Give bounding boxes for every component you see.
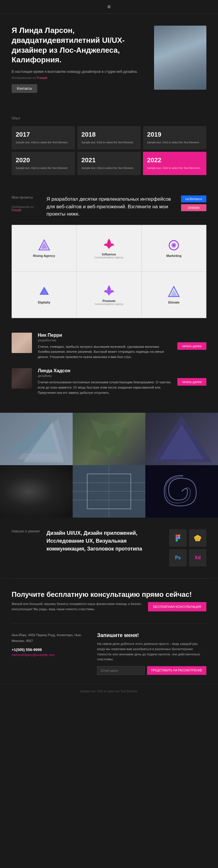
- submit-button[interactable]: ПРЕДСТАВИТЬ НА РАССМОТРЕНИЕ: [147, 666, 206, 675]
- influence-logo: [103, 238, 115, 250]
- gallery: [0, 413, 218, 518]
- project-elevate[interactable]: Elevate: [142, 272, 206, 318]
- figma-logo: [174, 534, 182, 542]
- gallery-cell-5: [73, 465, 145, 518]
- year-card-2019[interactable]: 2019 Sample text. Click to select the Te…: [143, 126, 206, 149]
- cta-body: Малый или большой, вашему бизнесу понрав…: [12, 601, 206, 612]
- year-sample: Sample text. Click to select the Text El…: [81, 166, 137, 170]
- testimonial-item-linda: Линда Хадсон дизайнер Считая использован…: [12, 368, 206, 395]
- year-card-2020[interactable]: 2020 Sample text. Click to select the Te…: [12, 152, 75, 175]
- project-marketing[interactable]: Marketing: [142, 225, 206, 272]
- contact-section: Нью-Йорк, 4456 Паркер Роуд, Аллентаун, Н…: [0, 624, 218, 683]
- read-more-button-linda[interactable]: читать далее: [177, 378, 206, 386]
- cta-button[interactable]: БЕСПЛАТНАЯ КОНСУЛЬТАЦИЯ: [148, 602, 206, 611]
- year-sample: Sample text. Click to select the Text El…: [147, 166, 202, 170]
- year-card-2018[interactable]: 2018 Sample text. Click to select the Te…: [77, 126, 141, 149]
- avatar-nick-image: [12, 333, 32, 353]
- hero-photo-figure: [154, 26, 206, 90]
- projects-freepik-link[interactable]: Freepik: [12, 209, 21, 212]
- sketch-logo: [193, 534, 202, 542]
- ps-label: Ps: [175, 555, 181, 560]
- projects-grid: Rising Agency Influence Communications A…: [12, 225, 206, 318]
- year-number: 2018: [81, 131, 137, 138]
- skills-text: Дизайн UI/UX, Дизайн приложений, Исследо…: [46, 529, 164, 553]
- dribbble-button[interactable]: Dribbble: [181, 204, 206, 211]
- menu-icon[interactable]: ≡: [107, 3, 111, 10]
- gallery-cell-2: [73, 413, 145, 465]
- promote-logo: [103, 284, 115, 297]
- project-name: Influence: [102, 252, 116, 256]
- hero-section: Я Линда Ларсон, двадцатидевятилетний UI/…: [0, 14, 218, 104]
- hero-subtitle: В настоящее время я возглавляю команду д…: [12, 69, 148, 74]
- footer: Sample text. Click to select the Text El…: [0, 684, 218, 699]
- xd-icon-box: Xd: [189, 549, 206, 566]
- contact-right: Запишите меня! На самом деле добиться эт…: [97, 632, 206, 675]
- cta-title: Получите бесплатную консультацию прямо с…: [12, 590, 206, 598]
- gallery-cell-4: [0, 465, 73, 518]
- year-sample: Sample text. Click to select the Text El…: [81, 141, 137, 145]
- project-name: Elevate: [168, 301, 180, 304]
- digitally-logo: [38, 285, 50, 298]
- projects-description: Я разработал десятки привлекательных инт…: [46, 195, 175, 218]
- contact-button[interactable]: Контакты: [12, 84, 37, 93]
- cta-section: Получите бесплатную консультацию прямо с…: [0, 579, 218, 623]
- skills-section: Навыки и умения Дизайн UI/UX, Дизайн при…: [0, 518, 218, 578]
- project-tagline: Communications Agency: [95, 256, 123, 259]
- year-card-2017[interactable]: 2017 Sample text. Click to select the Te…: [12, 126, 75, 149]
- year-card-2022[interactable]: 2022 Sample text. Click to select the Te…: [143, 152, 206, 175]
- skills-icons: Ps Xd: [169, 529, 206, 566]
- year-card-2021[interactable]: 2021 Sample text. Click to select the Te…: [77, 152, 141, 175]
- experience-label: Опыт: [12, 116, 206, 120]
- svg-rect-24: [176, 539, 178, 541]
- behance-button[interactable]: на Behance: [181, 195, 206, 203]
- testimonial-text: Считая использование постоянных нескольк…: [38, 380, 172, 395]
- projects-image-ref: Изображение из Freepik: [12, 205, 41, 212]
- gallery-cell-3: [145, 413, 218, 465]
- gallery-cell-6: [145, 465, 218, 518]
- projects-label: Мои проекты: [12, 195, 41, 199]
- year-number: 2022: [147, 156, 202, 164]
- year-number: 2021: [81, 156, 137, 164]
- testimonial-content-linda: Линда Хадсон дизайнер Считая использован…: [38, 368, 172, 395]
- projects-section: Мои проекты Изображение из Freepik Я раз…: [0, 184, 218, 324]
- cta-text: Малый или большой, вашему бизнесу понрав…: [12, 601, 142, 612]
- project-name: Promote: [103, 299, 116, 303]
- contact-phone: +1(505) 556-9999: [12, 648, 88, 652]
- marketing-logo: [168, 239, 180, 252]
- project-rising-agency[interactable]: Rising Agency: [12, 225, 76, 272]
- testimonial-role: разработчик: [38, 338, 172, 342]
- project-name: Digitally: [38, 301, 50, 304]
- year-sample: Sample text. Click to select the Text El…: [16, 166, 71, 170]
- project-promote[interactable]: Promote Communications Agency: [76, 272, 141, 318]
- skills-inner: Навыки и умения Дизайн UI/UX, Дизайн при…: [12, 529, 206, 566]
- year-sample: Sample text. Click to select the Text El…: [147, 141, 202, 145]
- testimonials-section: Ник Перри разработчик Статья, очевидно, …: [0, 324, 218, 413]
- skills-label: Навыки и умения: [12, 529, 41, 533]
- contact-left: Нью-Йорк, 4456 Паркер Роуд, Аллентаун, Н…: [12, 632, 88, 675]
- svg-rect-22: [178, 534, 180, 537]
- testimonial-role: дизайнер: [38, 374, 172, 377]
- project-digitally[interactable]: Digitally: [12, 272, 76, 318]
- sketch-icon-box: [189, 529, 206, 547]
- contact-email[interactable]: namecompany@example.com: [12, 653, 88, 656]
- figma-icon-box: [169, 529, 187, 547]
- projects-header: Мои проекты Изображение из Freepik Я раз…: [12, 195, 206, 218]
- email-input[interactable]: [97, 666, 145, 675]
- read-more-button-nick[interactable]: читать далее: [177, 342, 206, 350]
- project-name: Rising Agency: [33, 254, 55, 257]
- hero-image-ref: Изображение из Freepik: [12, 76, 148, 80]
- hero-text: Я Линда Ларсон, двадцатидевятилетний UI/…: [12, 26, 148, 93]
- skills-label-col: Навыки и умения: [12, 529, 41, 539]
- year-number: 2019: [147, 131, 202, 138]
- footer-text: Sample text. Click to select the Text El…: [12, 690, 206, 693]
- contact-right-text: На самом деле добиться этого довольно пр…: [97, 641, 206, 662]
- freepik-link[interactable]: Freepik: [37, 76, 48, 80]
- contact-right-title: Запишите меня!: [97, 632, 206, 639]
- testimonial-content-nick: Ник Перри разработчик Статья, очевидно, …: [38, 333, 172, 360]
- experience-section: Опыт 2017 Sample text. Click to select t…: [0, 104, 218, 184]
- project-name: Marketing: [166, 254, 181, 257]
- ps-icon-box: Ps: [169, 549, 187, 566]
- project-influence[interactable]: Influence Communications Agency: [76, 225, 141, 272]
- testimonial-name: Линда Хадсон: [38, 368, 172, 373]
- svg-point-4: [173, 244, 175, 246]
